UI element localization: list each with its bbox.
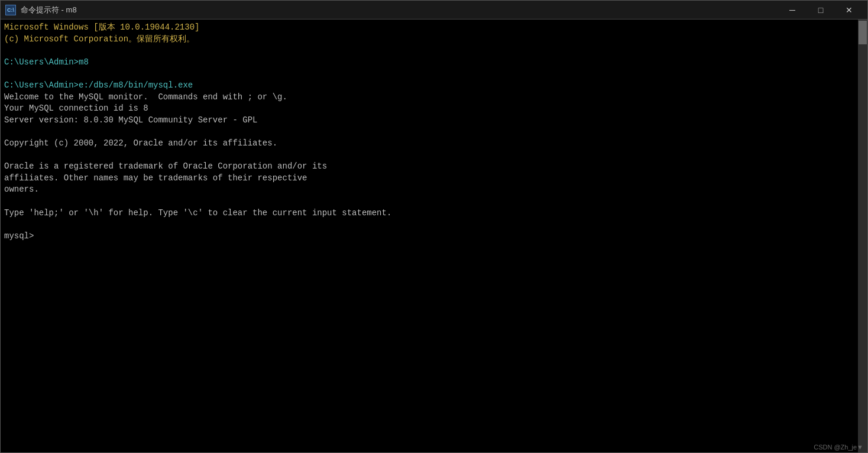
terminal-line: [4, 150, 854, 161]
window-title: 命令提示符 - m8: [21, 5, 77, 15]
content-area: Microsoft Windows [版本 10.0.19044.2130](c…: [1, 20, 867, 452]
terminal-line: [4, 219, 854, 231]
terminal-line: C:\Users\Admin>m8: [4, 57, 854, 69]
window-controls: ─ □ ✕: [779, 1, 863, 19]
terminal-line: (c) Microsoft Corporation。保留所有权利。: [4, 34, 854, 46]
window: C:\ 命令提示符 - m8 ─ □ ✕ Microsoft Windows […: [0, 0, 868, 453]
minimize-button[interactable]: ─: [779, 1, 806, 19]
title-bar: C:\ 命令提示符 - m8 ─ □ ✕: [1, 1, 867, 20]
terminal-line: Type 'help;' or '\h' for help. Type '\c'…: [4, 208, 854, 219]
terminal-line: [4, 68, 854, 80]
terminal-line: Welcome to the MySQL monitor. Commands e…: [4, 92, 854, 103]
terminal-line: owners.: [4, 184, 854, 196]
terminal-line: C:\Users\Admin>e:/dbs/m8/bin/mysql.exe: [4, 80, 854, 92]
terminal-line: Server version: 8.0.30 MySQL Community S…: [4, 115, 854, 127]
watermark: CSDN @Zh_je▼: [814, 444, 863, 451]
scrollbar[interactable]: [858, 20, 867, 452]
scrollbar-thumb[interactable]: [859, 21, 867, 44]
terminal-line: [4, 126, 854, 138]
terminal-output[interactable]: Microsoft Windows [版本 10.0.19044.2130](c…: [1, 20, 858, 452]
terminal-line: mysql>: [4, 231, 854, 242]
terminal-line: affiliates. Other names may be trademark…: [4, 173, 854, 185]
terminal-line: Microsoft Windows [版本 10.0.19044.2130]: [4, 22, 854, 34]
terminal-line: Oracle is a registered trademark of Orac…: [4, 161, 854, 173]
terminal-line: Your MySQL connection id is 8: [4, 103, 854, 115]
maximize-button[interactable]: □: [807, 1, 834, 19]
cmd-icon: C:\: [5, 5, 16, 15]
terminal-line: [4, 45, 854, 57]
terminal-line: Copyright (c) 2000, 2022, Oracle and/or …: [4, 138, 854, 150]
close-button[interactable]: ✕: [835, 1, 863, 19]
title-bar-left: C:\ 命令提示符 - m8: [5, 5, 77, 15]
terminal-line: [4, 196, 854, 208]
